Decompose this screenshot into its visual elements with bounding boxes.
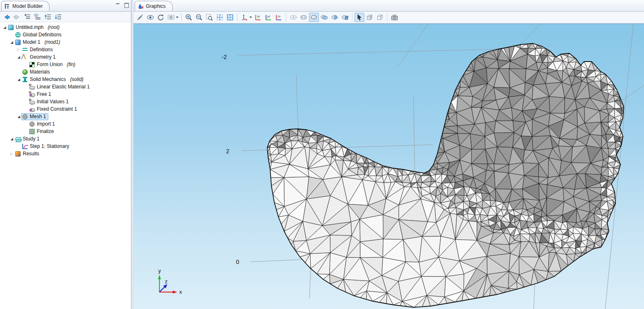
tree-item-linear-elastic-material-1[interactable]: Linear Elastic Material 1 xyxy=(0,83,131,90)
zoom-out-icon xyxy=(195,14,203,21)
triad3d-icon xyxy=(241,14,248,21)
tree-node[interactable]: Study 1 xyxy=(14,135,42,143)
tree-item-results[interactable]: ▷Results xyxy=(0,150,131,157)
solid-rendering-button[interactable] xyxy=(309,13,319,22)
selected-tree-node[interactable]: Mesh 1 xyxy=(21,113,48,120)
collapse-arrow-icon[interactable]: ▷ xyxy=(17,48,21,52)
y-axis-label: y xyxy=(158,268,161,274)
tree-node[interactable]: Results xyxy=(14,150,42,157)
ell-trans-icon xyxy=(321,14,328,21)
move-up-button[interactable] xyxy=(43,12,53,21)
grid-line xyxy=(398,24,428,67)
default-3d-view-button[interactable] xyxy=(240,13,253,22)
tree-item-study-1[interactable]: ◢Study 1 xyxy=(0,135,131,143)
axis-tick-label: 2 xyxy=(226,148,229,154)
zoom-extents-button[interactable] xyxy=(225,13,235,22)
tree-item-free-1[interactable]: Free 1 xyxy=(0,90,131,98)
transparency-button[interactable] xyxy=(319,13,329,22)
semi-transparent-rendering-button[interactable] xyxy=(330,13,340,22)
expand-arrow-icon[interactable]: ◢ xyxy=(10,40,14,44)
pointer-icon xyxy=(356,14,363,21)
expand-arrow-icon[interactable]: ◢ xyxy=(17,115,21,119)
tree-node[interactable]: Materials xyxy=(21,69,52,76)
view-options-button[interactable] xyxy=(166,13,179,22)
collapse-all-button[interactable] xyxy=(22,12,32,21)
tree-node[interactable]: Global Definitions xyxy=(14,31,64,38)
tree-item-label: Model 1 xyxy=(23,39,41,45)
tree-node[interactable]: Untitled.mph(root) xyxy=(7,24,61,31)
tree-item-geometry-1[interactable]: ◢Geometry 1 xyxy=(0,53,131,61)
move-down-button[interactable] xyxy=(53,12,63,21)
tree-item-model-1[interactable]: ◢Model 1(mod1) xyxy=(0,38,131,46)
mesh-icon xyxy=(29,121,35,127)
graphics-canvas[interactable]: -220yxz xyxy=(133,24,644,309)
select-and-hide-button[interactable] xyxy=(354,13,364,22)
tree-item-label: Import 1 xyxy=(37,121,56,127)
image-snapshot-button[interactable] xyxy=(390,13,399,22)
tree-item-import-1[interactable]: Import 1 xyxy=(0,120,131,128)
expand-arrow-icon[interactable]: ◢ xyxy=(17,55,21,59)
tree-item-suffix: (fin) xyxy=(67,62,76,67)
scene-light-button[interactable] xyxy=(288,13,298,22)
tree-item-fixed-constraint-1[interactable]: Fixed Constraint 1 xyxy=(0,105,131,113)
minimize-button[interactable] xyxy=(116,3,120,7)
zoom-selected-button[interactable] xyxy=(215,13,225,22)
dropdown-caret-icon xyxy=(176,17,178,18)
zoom-ext-icon xyxy=(226,14,234,21)
go-to-zx-view-button[interactable]: zx xyxy=(274,13,284,22)
tree-node[interactable]: Step 1: Stationary xyxy=(21,143,71,150)
expand-arrow-icon[interactable]: ◢ xyxy=(10,137,14,141)
view-zx-icon: zx xyxy=(275,14,283,21)
tree-node[interactable]: Solid Mechanics(solid) xyxy=(21,76,85,83)
tree-node[interactable]: Geometry 1 xyxy=(21,54,58,61)
show-options-button[interactable] xyxy=(33,12,43,21)
tree-item-definitions[interactable]: ▷Definitions xyxy=(0,46,131,53)
tree-item-finalize[interactable]: Finalize xyxy=(0,128,131,135)
tree-node[interactable]: Initial Values 1 xyxy=(28,98,71,105)
expand-arrow-icon[interactable]: ◢ xyxy=(2,26,7,29)
tree-item-global-definitions[interactable]: Global Definitions xyxy=(0,31,131,38)
tab-model-builder[interactable]: Model Builder xyxy=(1,1,50,11)
zoom-box-button[interactable] xyxy=(204,13,214,22)
tree-item-solid-mechanics[interactable]: ◢Solid Mechanics(solid) xyxy=(0,76,131,83)
ell-cube-icon xyxy=(341,14,349,21)
tree-node[interactable]: Import 1 xyxy=(28,121,57,128)
expand-arrow-icon[interactable]: ◢ xyxy=(17,78,21,81)
go-to-yz-view-button[interactable]: yz xyxy=(264,13,273,22)
collapse-arrow-icon[interactable]: ▷ xyxy=(10,152,14,156)
tab-graphics[interactable]: Graphics xyxy=(135,1,173,11)
dnode-icon xyxy=(29,99,35,105)
jaw-mesh-model[interactable] xyxy=(267,43,624,307)
refresh-button[interactable] xyxy=(156,13,166,22)
forward-button[interactable] xyxy=(12,12,22,21)
tree-item-mesh-1[interactable]: ◢Mesh 1 xyxy=(0,113,131,120)
tree-item-untitled-mph[interactable]: ◢Untitled.mph(root) xyxy=(0,24,131,31)
tree-item-label: Form Union xyxy=(37,62,64,67)
tree-node[interactable]: Finalize xyxy=(28,128,56,135)
show-hidden-button[interactable] xyxy=(375,13,385,22)
graphics-toolbar: xyyzzx xyxy=(133,12,644,24)
back-button[interactable] xyxy=(2,12,12,21)
material-rendering-button[interactable] xyxy=(340,13,350,22)
collapse-all-icon xyxy=(24,13,31,21)
go-to-xy-view-button[interactable]: xy xyxy=(253,13,263,22)
tree-node[interactable]: Definitions xyxy=(21,46,55,53)
toolbar-separator xyxy=(237,13,238,21)
tree-item-materials[interactable]: Materials xyxy=(0,68,131,76)
tree-node[interactable]: Form Union(fin) xyxy=(28,61,77,68)
tree-node[interactable]: Linear Elastic Material 1 xyxy=(28,83,92,90)
tree-node[interactable]: Free 1 xyxy=(28,91,54,98)
hide-objects-button[interactable] xyxy=(365,13,375,22)
disable-plot-button[interactable] xyxy=(135,13,145,22)
tree-item-initial-values-1[interactable]: Initial Values 1 xyxy=(0,98,131,105)
tree-node[interactable]: Fixed Constraint 1 xyxy=(28,106,79,113)
zoom-out-button[interactable] xyxy=(194,13,204,22)
tree-item-step-1-stationary[interactable]: Step 1: Stationary xyxy=(0,143,131,150)
show-plot-button[interactable] xyxy=(145,13,155,22)
tree-item-form-union[interactable]: Form Union(fin) xyxy=(0,61,131,68)
tree-item-label: Mesh 1 xyxy=(30,114,47,119)
tree-node[interactable]: Model 1(mod1) xyxy=(14,39,62,46)
zoom-in-button[interactable] xyxy=(184,13,194,22)
maximize-button[interactable] xyxy=(124,3,128,7)
wireframe-rendering-button[interactable] xyxy=(299,13,309,22)
